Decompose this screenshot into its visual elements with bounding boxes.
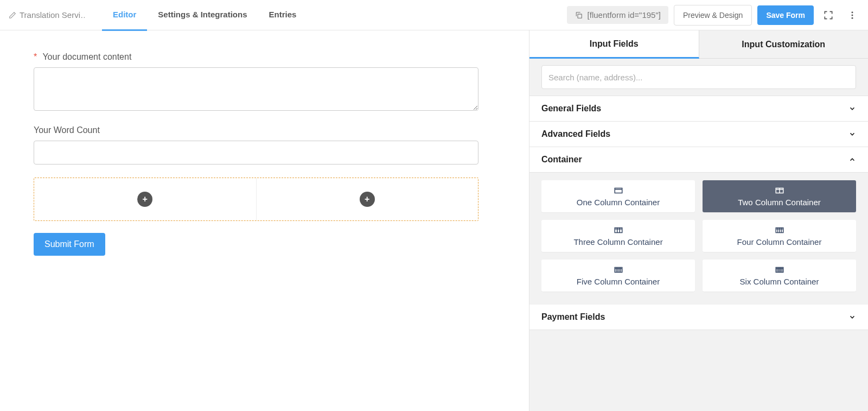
accordion-label: Advanced Fields xyxy=(541,129,610,139)
accordion-label: General Fields xyxy=(541,104,601,113)
tab-input-fields[interactable]: Input Fields xyxy=(529,30,699,59)
dropzone-col-1[interactable]: + xyxy=(34,178,256,220)
accordion-header-general[interactable]: General Fields xyxy=(529,96,868,122)
main-area: * Your document content Your Word Count … xyxy=(0,30,868,411)
document-content-label: * Your document content xyxy=(34,52,478,62)
form-canvas: * Your document content Your Word Count … xyxy=(0,30,529,411)
svg-rect-0 xyxy=(578,14,582,18)
accordion-header-payment[interactable]: Payment Fields xyxy=(529,305,868,330)
accordion-header-advanced[interactable]: Advanced Fields xyxy=(529,122,868,147)
two-column-dropzone[interactable]: + + xyxy=(34,178,478,221)
field-three-column-container[interactable]: Three Column Container xyxy=(541,220,695,252)
document-content-textarea[interactable] xyxy=(34,67,478,111)
word-count-input[interactable] xyxy=(34,141,478,165)
shortcode-box[interactable]: [fluentform id="195"] xyxy=(567,6,668,24)
chevron-down-icon xyxy=(848,105,856,112)
form-title[interactable]: Translation Servi… xyxy=(9,10,85,20)
field-two-column-container[interactable]: Two Column Container xyxy=(703,180,856,212)
svg-rect-9 xyxy=(615,228,622,233)
more-menu-button[interactable] xyxy=(843,6,861,24)
document-content-label-text: Your document content xyxy=(42,52,131,61)
plus-icon: + xyxy=(143,194,148,204)
chevron-down-icon xyxy=(848,313,856,321)
tab-editor[interactable]: Editor xyxy=(102,0,147,31)
field-card-label: Five Column Container xyxy=(577,277,660,286)
topbar-left: Translation Servi… Editor Settings & Int… xyxy=(9,0,307,30)
six-column-icon xyxy=(775,266,784,274)
five-column-icon xyxy=(614,266,623,274)
field-word-count[interactable]: Your Word Count xyxy=(34,125,478,165)
edit-icon xyxy=(9,11,16,19)
save-form-button[interactable]: Save Form xyxy=(757,5,814,25)
field-one-column-container[interactable]: One Column Container xyxy=(541,180,695,212)
sidebar: Input Fields Input Customization General… xyxy=(529,30,868,411)
one-column-icon xyxy=(614,187,623,194)
accordion-header-container[interactable]: Container xyxy=(529,147,868,173)
required-star-icon: * xyxy=(34,52,37,61)
dropzone-col-2[interactable]: + xyxy=(256,178,478,220)
fullscreen-icon xyxy=(823,10,834,21)
tab-input-customization[interactable]: Input Customization xyxy=(699,30,869,59)
accordion-advanced-fields: Advanced Fields xyxy=(529,122,868,147)
chevron-down-icon xyxy=(848,130,856,138)
sidebar-tabs: Input Fields Input Customization xyxy=(529,30,868,59)
form-title-text: Translation Servi… xyxy=(20,10,85,20)
main-tabs: Editor Settings & Integrations Entries xyxy=(102,0,307,30)
plus-icon: + xyxy=(365,194,369,204)
add-field-button[interactable]: + xyxy=(360,192,375,207)
fullscreen-button[interactable] xyxy=(819,6,838,24)
container-field-grid: One Column Container Two Column Containe… xyxy=(541,180,856,292)
accordion-label: Payment Fields xyxy=(541,312,605,322)
shortcode-text: [fluentform id="195"] xyxy=(588,10,661,20)
accordion-payment-fields: Payment Fields xyxy=(529,305,868,330)
search-wrap xyxy=(529,59,868,96)
field-card-label: Four Column Container xyxy=(737,237,822,246)
accordion-general-fields: General Fields xyxy=(529,96,868,122)
tab-settings[interactable]: Settings & Integrations xyxy=(147,0,258,31)
chevron-up-icon xyxy=(848,156,856,163)
submit-form-button[interactable]: Submit Form xyxy=(34,233,105,256)
field-card-label: Two Column Container xyxy=(738,198,821,207)
search-input[interactable] xyxy=(541,65,856,89)
svg-rect-4 xyxy=(615,188,622,193)
field-four-column-container[interactable]: Four Column Container xyxy=(703,220,856,252)
accordion-container: Container One Column Container Two Colu xyxy=(529,147,868,305)
four-column-icon xyxy=(775,226,784,234)
word-count-label: Your Word Count xyxy=(34,125,478,135)
svg-point-3 xyxy=(852,17,853,18)
tab-entries[interactable]: Entries xyxy=(258,0,308,31)
svg-point-2 xyxy=(852,14,853,16)
three-column-icon xyxy=(614,226,623,234)
svg-point-1 xyxy=(852,11,853,13)
field-card-label: Six Column Container xyxy=(740,277,819,286)
top-bar: Translation Servi… Editor Settings & Int… xyxy=(0,0,868,30)
field-card-label: Three Column Container xyxy=(573,237,662,246)
form-preview: * Your document content Your Word Count … xyxy=(34,52,478,256)
topbar-right: [fluentform id="195"] Preview & Design S… xyxy=(567,5,861,26)
accordion-label: Container xyxy=(541,155,582,165)
preview-design-button[interactable]: Preview & Design xyxy=(674,5,752,26)
copy-icon xyxy=(575,11,583,20)
field-six-column-container[interactable]: Six Column Container xyxy=(703,260,856,292)
sidebar-body: General Fields Advanced Fields Container xyxy=(529,59,868,411)
accordion-body-container: One Column Container Two Column Containe… xyxy=(529,173,868,305)
field-card-label: One Column Container xyxy=(577,198,660,207)
more-vertical-icon xyxy=(847,10,857,20)
field-document-content[interactable]: * Your document content xyxy=(34,52,478,112)
add-field-button[interactable]: + xyxy=(137,192,152,207)
field-five-column-container[interactable]: Five Column Container xyxy=(541,260,695,292)
two-column-icon xyxy=(775,187,784,194)
field-accordion: General Fields Advanced Fields Container xyxy=(529,96,868,330)
